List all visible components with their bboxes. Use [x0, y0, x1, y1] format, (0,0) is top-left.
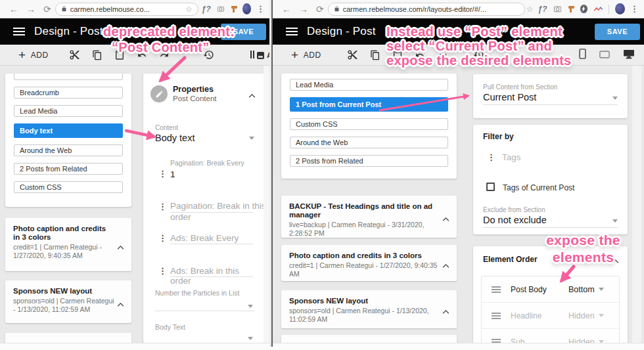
add-button[interactable]: +ADD — [291, 49, 321, 61]
profile-avatar[interactable] — [242, 3, 251, 14]
hammer-extension-icon[interactable] — [568, 5, 574, 12]
select-underline — [483, 227, 618, 228]
order-element-value[interactable]: Hidden — [568, 311, 595, 320]
tablet-preview-button[interactable] — [599, 49, 610, 61]
layout-card[interactable]: Sponsors NEW layout sponsors=old | Carme… — [281, 290, 457, 328]
copy-button[interactable] — [92, 50, 103, 60]
phone-preview-button[interactable] — [579, 49, 586, 62]
chevron-up-icon[interactable] — [442, 213, 450, 225]
add-button[interactable]: +ADD — [18, 49, 49, 61]
drag-handle-icon[interactable]: ⋮ — [158, 236, 167, 240]
camera-extension-icon[interactable] — [554, 5, 561, 12]
browser-menu-icon[interactable]: ⋮ — [630, 4, 639, 14]
page-title: Design - Post — [34, 25, 103, 38]
content-field-value[interactable]: Body text — [155, 133, 195, 143]
browser-chrome-right: ← → ⟳ carmen.rebelmouse.com/r/layouts-ed… — [273, 0, 644, 18]
extension-fn-icon[interactable]: ƒ? — [202, 5, 211, 13]
chevron-up-icon[interactable] — [116, 298, 125, 310]
list-item-selected[interactable]: 1 Post from Current Post — [290, 97, 448, 112]
desktop-preview-button[interactable] — [623, 49, 635, 62]
reload-icon[interactable]: ⟳ — [43, 5, 51, 14]
back-icon[interactable]: ← — [282, 5, 291, 14]
dropdown-caret-icon[interactable] — [248, 305, 253, 308]
chevron-up-icon[interactable] — [442, 305, 450, 317]
list-item[interactable]: Custom CSS — [14, 181, 123, 193]
dropdown-caret-icon[interactable] — [612, 219, 618, 223]
filter-title: Filter by — [483, 132, 514, 141]
pull-content-value[interactable]: Current Post — [483, 92, 536, 102]
layout-card[interactable]: Sponsors NEW layout sponsors=old | Carme… — [5, 280, 131, 323]
drag-handle-icon[interactable]: ⋮ — [158, 269, 167, 273]
drag-handle-icon[interactable]: ⋮ — [487, 156, 495, 159]
content-left: Breadcrumb Lead Media Body text Around t… — [0, 66, 270, 350]
order-element-value[interactable]: Bottom — [568, 285, 595, 294]
layout-card[interactable]: Photo caption and credits in 3 colors cr… — [5, 218, 131, 271]
drag-rows-icon[interactable] — [492, 285, 501, 294]
bookmark-star-icon[interactable]: ☆ — [526, 5, 534, 14]
layout-card[interactable]: Photo caption and credits in 3 colors cr… — [281, 245, 457, 281]
tags-of-current-post-checkbox[interactable] — [486, 183, 495, 191]
menu-icon[interactable] — [13, 26, 25, 37]
order-row[interactable]: Post Body Bottom — [482, 276, 619, 303]
exclude-value[interactable]: Do not exclude — [483, 215, 547, 225]
browser-menu-icon[interactable]: ⋮ — [256, 4, 265, 14]
list-item[interactable]: 2 Posts from Related — [290, 155, 448, 167]
scrollbar-track[interactable] — [632, 66, 641, 350]
list-item[interactable]: Lead Media — [14, 105, 123, 117]
list-item[interactable]: Breadcrumb — [14, 87, 123, 98]
drag-rows-icon[interactable] — [492, 311, 501, 320]
profile-avatar[interactable] — [615, 3, 625, 14]
list-item[interactable]: Around the Web — [290, 137, 448, 148]
dropdown-caret-icon[interactable] — [599, 314, 604, 317]
order-row[interactable]: Headline Hidden — [482, 303, 619, 329]
pull-content-card: Pull Content from Section Current Post — [473, 74, 628, 118]
annotation-deprecated-line2: “Post Content” — [112, 40, 210, 55]
dropdown-caret-icon[interactable] — [599, 288, 604, 291]
camera-extension-icon[interactable] — [218, 5, 224, 12]
layout-card-meta: sponsors=old | Carmen Reategui - 1/13/20… — [13, 297, 114, 314]
ab-test-button[interactable]: A/B — [250, 49, 270, 61]
field-input[interactable]: Pagination: Break in this order — [170, 200, 253, 213]
menu-icon[interactable] — [286, 26, 298, 37]
lightning-extension-icon[interactable] — [580, 5, 587, 13]
list-item[interactable]: 2 Posts from Related — [14, 163, 123, 175]
url-text: carmen.rebelmouse.com/r/layouts-editor/#… — [343, 5, 519, 13]
scissors-icon — [69, 49, 80, 60]
bookmark-star-icon[interactable]: ☆ — [185, 5, 193, 14]
tags-input[interactable] — [502, 152, 618, 165]
forward-icon[interactable]: → — [299, 5, 308, 14]
field-input[interactable]: Ads: Break in this order — [170, 266, 253, 277]
field-input[interactable]: Ads: Break Every — [170, 233, 253, 244]
hammer-extension-icon[interactable] — [231, 5, 236, 12]
url-bar[interactable]: carmen.rebelmouse.com/r/layouts-editor/#… — [328, 3, 525, 16]
drag-handle-icon[interactable]: ⋮ — [158, 205, 167, 208]
chevron-up-icon[interactable] — [442, 259, 450, 271]
save-button[interactable]: SAVE — [595, 24, 640, 40]
cut-button[interactable] — [347, 49, 358, 60]
columns-icon — [250, 49, 256, 61]
copy-button[interactable] — [370, 50, 380, 60]
url-bar[interactable]: carmen.rebelmouse.co... ☆ — [55, 3, 198, 16]
back-icon[interactable]: ← — [9, 5, 18, 14]
chevron-up-icon[interactable] — [116, 241, 125, 253]
field-value[interactable]: 1 — [170, 169, 175, 179]
list-item[interactable]: Custom CSS — [290, 118, 448, 130]
dropdown-caret-icon[interactable] — [612, 97, 618, 100]
forward-icon[interactable]: → — [26, 5, 35, 14]
collapse-chevron-icon[interactable] — [248, 89, 256, 101]
dropdown-caret-icon[interactable] — [249, 137, 254, 140]
list-item-partial[interactable] — [14, 74, 123, 80]
layout-card-title: Sponsors NEW layout — [289, 297, 440, 305]
list-item-selected[interactable]: Body text — [14, 123, 123, 138]
scrollbar-track[interactable] — [264, 66, 269, 350]
cut-button[interactable] — [69, 49, 80, 60]
drag-handle-icon[interactable]: ⋮ — [158, 172, 167, 175]
list-item[interactable]: Around the Web — [14, 144, 123, 156]
layout-square-icon — [257, 52, 264, 59]
extension-fn-icon[interactable]: ƒ? — [538, 5, 547, 13]
reload-icon[interactable]: ⟳ — [316, 5, 324, 14]
dropdown-caret-icon[interactable] — [248, 337, 253, 340]
layout-card[interactable]: BACKUP - Test Headings and title on ad m… — [281, 196, 457, 238]
list-item[interactable]: Lead Media — [290, 79, 448, 91]
chart-squiggle-extension-icon[interactable] — [594, 6, 603, 12]
